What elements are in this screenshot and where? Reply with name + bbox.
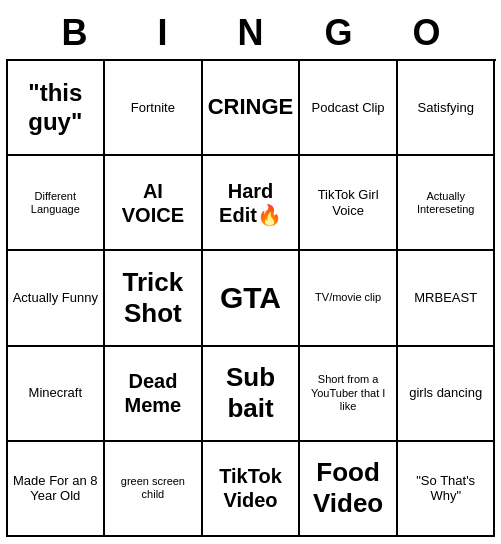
bingo-cell: Made For an 8 Year Old xyxy=(8,442,106,537)
bingo-cell: Actually Funny xyxy=(8,251,106,346)
bingo-cell: TikTok Girl Voice xyxy=(300,156,398,251)
header-letter: G xyxy=(295,12,383,54)
bingo-cell: "this guy" xyxy=(8,61,106,156)
bingo-cell: Dead Meme xyxy=(105,347,203,442)
bingo-cell: TikTok Video xyxy=(203,442,301,537)
header-letter: I xyxy=(119,12,207,54)
bingo-cell: Minecraft xyxy=(8,347,106,442)
header-letter: N xyxy=(207,12,295,54)
bingo-header: BINGO xyxy=(6,7,496,59)
bingo-cell: Actually Intereseting xyxy=(398,156,496,251)
bingo-cell: Food Video xyxy=(300,442,398,537)
bingo-cell: Satisfying xyxy=(398,61,496,156)
bingo-cell: Different Language xyxy=(8,156,106,251)
bingo-cell: MRBEAST xyxy=(398,251,496,346)
bingo-cell: AI VOICE xyxy=(105,156,203,251)
bingo-cell: CRINGE xyxy=(203,61,301,156)
bingo-cell: Trick Shot xyxy=(105,251,203,346)
bingo-cell: girls dancing xyxy=(398,347,496,442)
bingo-cell: Podcast Clip xyxy=(300,61,398,156)
bingo-cell: TV/movie clip xyxy=(300,251,398,346)
bingo-cell: Short from a YouTuber that I like xyxy=(300,347,398,442)
bingo-grid: "this guy"FortniteCRINGEPodcast ClipSati… xyxy=(6,59,496,537)
bingo-cell: Fortnite xyxy=(105,61,203,156)
bingo-cell: Hard Edit🔥 xyxy=(203,156,301,251)
header-letter: O xyxy=(383,12,471,54)
bingo-cell: GTA xyxy=(203,251,301,346)
bingo-card: BINGO "this guy"FortniteCRINGEPodcast Cl… xyxy=(6,7,496,537)
bingo-cell: "So That's Why" xyxy=(398,442,496,537)
bingo-cell: Sub bait xyxy=(203,347,301,442)
header-letter: B xyxy=(31,12,119,54)
bingo-cell: green screen child xyxy=(105,442,203,537)
